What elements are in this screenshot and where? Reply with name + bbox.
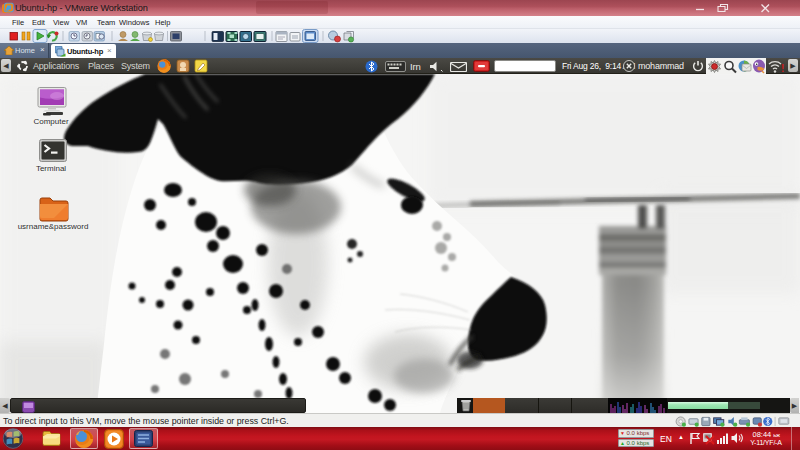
svg-text:!: ! xyxy=(781,63,784,73)
